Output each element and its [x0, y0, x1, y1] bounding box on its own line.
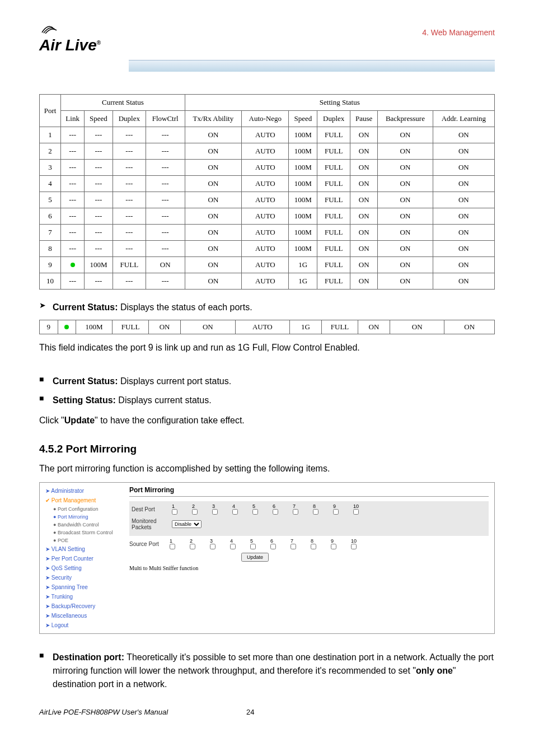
table-cell: --- [113, 143, 146, 160]
table-cell: ON [350, 208, 378, 225]
table-cell: ON [444, 320, 495, 334]
col-backpressure: Backpressure [378, 111, 433, 127]
port-checkbox[interactable] [170, 544, 175, 549]
port-checkbox[interactable] [351, 544, 357, 549]
col-duplex2: Duplex [317, 111, 350, 127]
table-cell: ON [433, 257, 494, 273]
table-cell: --- [146, 225, 185, 241]
table-cell: --- [113, 225, 146, 241]
table-cell: --- [146, 143, 185, 160]
table-cell: ON [433, 192, 494, 208]
table-cell: 100M [289, 160, 317, 176]
divider [129, 496, 489, 497]
table-cell: --- [113, 127, 146, 143]
table-cell: FULL [317, 127, 350, 143]
table-cell: --- [85, 127, 113, 143]
sidebar-sub-poe[interactable]: ● POE [40, 536, 124, 544]
table-cell: --- [113, 176, 146, 192]
sidebar-sub-bandwidth[interactable]: ● Bandwidth Control [40, 521, 124, 529]
port-checkbox[interactable] [252, 509, 258, 515]
port-number: 10 [351, 538, 357, 544]
col-speed2: Speed [289, 111, 317, 127]
table-cell: --- [146, 192, 185, 208]
sidebar-item-security[interactable]: ➤ Security [40, 573, 124, 582]
sidebar-item-vlan[interactable]: ➤ VLAN Setting [40, 544, 124, 554]
table-cell: AUTO [242, 127, 289, 143]
logo: Air Live® [39, 22, 101, 54]
table-cell: AUTO [242, 257, 289, 273]
sidebar-item-administrator[interactable]: ➤ Administrator [40, 486, 124, 496]
col-txrx: Tx/Rx Ability [185, 111, 242, 127]
port-cell: 6 [270, 538, 289, 549]
port-checkbox[interactable] [210, 544, 216, 549]
port-number: 10 [353, 503, 359, 509]
sidebar-sub-port-mirroring[interactable]: ● Port Mirroring [40, 513, 124, 521]
port-checkbox[interactable] [333, 509, 339, 515]
table-cell: AUTO [242, 241, 289, 257]
sidebar-sub-broadcast[interactable]: ● Broadcast Storm Control [40, 529, 124, 536]
table-cell: 10 [40, 273, 61, 290]
table-cell: ON [433, 160, 494, 176]
port-number: 8 [311, 538, 313, 544]
table-cell: 8 [40, 241, 61, 257]
port-checkbox[interactable] [311, 544, 316, 549]
port-checkbox[interactable] [230, 544, 236, 549]
port-cell: 9 [331, 538, 350, 549]
port-checkbox[interactable] [190, 544, 195, 549]
sidebar-item-counter[interactable]: ➤ Per Port Counter [40, 554, 124, 563]
b1-label: Current Status: [53, 376, 118, 386]
table-cell: ON [433, 127, 494, 143]
table-cell: 100M [289, 127, 317, 143]
port-number: 3 [212, 503, 215, 509]
port-number: 5 [252, 503, 255, 509]
table-cell: ON [350, 176, 378, 192]
table-cell: 7 [40, 225, 61, 241]
section-heading: 4.5.2 Port Mirroring [39, 443, 495, 455]
sidebar-item-logout[interactable]: ➤ Logout [40, 620, 124, 630]
port-checkbox[interactable] [313, 509, 318, 515]
port-cell: 9 [333, 503, 352, 515]
update-button[interactable]: Update [241, 553, 269, 562]
port-checkbox[interactable] [291, 544, 296, 549]
port-checkbox[interactable] [353, 509, 359, 515]
port-cell: 7 [293, 503, 312, 515]
port-checkbox[interactable] [250, 544, 256, 549]
table-cell: ON [185, 208, 242, 225]
sidebar-item-spanning[interactable]: ➤ Spanning Tree [40, 582, 124, 592]
table-cell: FULL [317, 241, 350, 257]
port-number: 4 [232, 503, 235, 509]
port-checkbox[interactable] [212, 509, 218, 515]
port-checkbox[interactable] [192, 509, 198, 515]
port-checkbox[interactable] [172, 509, 177, 515]
port-checkbox[interactable] [232, 509, 238, 515]
port-cell: 2 [190, 538, 209, 549]
link-up-icon [64, 325, 69, 329]
port-checkbox[interactable] [331, 544, 336, 549]
sidebar-item-misc[interactable]: ➤ Miscellaneous [40, 611, 124, 620]
sniffer-note: Multi to Multi Sniffer function [129, 565, 489, 571]
table-cell: 100M [85, 257, 113, 273]
sidebar-item-trunking[interactable]: ➤ Trunking [40, 592, 124, 601]
port-checkbox[interactable] [273, 509, 278, 515]
table-cell: --- [61, 143, 85, 160]
table-cell: --- [146, 176, 185, 192]
sidebar-item-backup[interactable]: ➤ Backup/Recovery [40, 601, 124, 611]
b2-desc: Displays current status. [116, 395, 212, 405]
port-mirroring-screenshot: ➤ Administrator ✔ Port Management ● Port… [39, 482, 495, 634]
col-speed: Speed [85, 111, 113, 127]
table-cell: ON [433, 273, 494, 290]
monitored-select[interactable]: Disable [172, 520, 202, 528]
table-cell: --- [61, 160, 85, 176]
square-bullet-icon: ■ [39, 394, 53, 403]
port-checkbox[interactable] [270, 544, 276, 549]
table-cell: 5 [40, 192, 61, 208]
current-status-desc: Displays the status of each ports. [118, 302, 252, 312]
table-cell: --- [146, 273, 185, 290]
sidebar-item-port-management[interactable]: ✔ Port Management [40, 496, 124, 505]
table-cell: ON [350, 257, 378, 273]
port-checkbox[interactable] [293, 509, 298, 515]
table-cell: --- [113, 192, 146, 208]
port-cell: 3 [210, 538, 229, 549]
sidebar-sub-port-config[interactable]: ● Port Configuration [40, 505, 124, 513]
sidebar-item-qos[interactable]: ➤ QoS Setting [40, 563, 124, 573]
